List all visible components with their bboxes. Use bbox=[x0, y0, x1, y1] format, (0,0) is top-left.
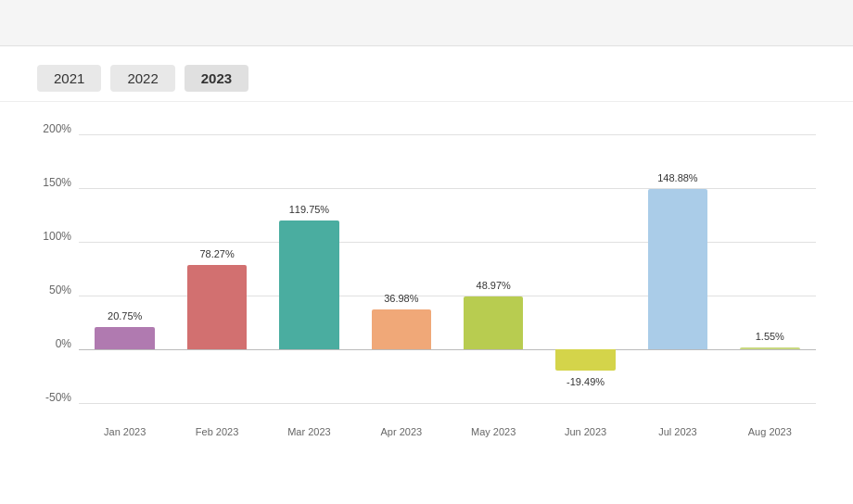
x-axis-label: May 2023 bbox=[448, 426, 540, 437]
x-axis-labels: Jan 2023Feb 2023Mar 2023Apr 2023May 2023… bbox=[79, 426, 816, 437]
bar-group: 148.88% bbox=[631, 134, 723, 403]
bar-group: 1.55% bbox=[724, 134, 816, 403]
bars-row: 20.75%78.27%119.75%36.98%48.97%-19.49%14… bbox=[79, 134, 816, 403]
bar-group: 48.97% bbox=[448, 134, 540, 403]
bar: -19.49% bbox=[555, 349, 616, 371]
x-axis-label: Jan 2023 bbox=[79, 426, 171, 437]
bar-value-label: 1.55% bbox=[756, 331, 784, 342]
x-axis-label: Jul 2023 bbox=[631, 426, 723, 437]
section-header: 2021 2022 2023 bbox=[0, 56, 853, 102]
bar-value-label: 20.75% bbox=[108, 310, 142, 321]
bar-group: 36.98% bbox=[355, 134, 447, 403]
bar-value-label: 48.97% bbox=[477, 280, 511, 291]
bar-value-label: 148.88% bbox=[657, 172, 697, 183]
bar-wrapper: 119.75% bbox=[279, 220, 339, 349]
bar-wrapper: 148.88% bbox=[648, 189, 708, 349]
bar-wrapper: -19.49% bbox=[555, 134, 616, 371]
bar-group: 20.75% bbox=[79, 134, 171, 403]
bar: 119.75% bbox=[279, 220, 339, 349]
y-axis-label: 200% bbox=[32, 122, 71, 135]
y-axis-label: -50% bbox=[32, 391, 71, 404]
bar-value-label: 36.98% bbox=[384, 293, 418, 304]
bar: 36.98% bbox=[372, 309, 432, 349]
chart-area: 200%150%100%50%0%-50%20.75%78.27%119.75%… bbox=[28, 134, 825, 468]
y-axis-label: 150% bbox=[32, 176, 71, 189]
x-axis-label: Jun 2023 bbox=[540, 426, 631, 437]
grid-line: -50% bbox=[79, 403, 816, 404]
analytics-section: 2021 2022 2023 200%150%100%50%0%-50%20.7… bbox=[0, 46, 853, 486]
tab-2021[interactable]: 2021 bbox=[37, 65, 101, 92]
bar: 1.55% bbox=[740, 347, 800, 349]
bar: 78.27% bbox=[187, 265, 248, 349]
y-axis-label: 0% bbox=[32, 337, 71, 350]
tab-2022[interactable]: 2022 bbox=[110, 65, 174, 92]
y-axis-label: 50% bbox=[32, 284, 71, 296]
bar-value-label: -19.49% bbox=[567, 376, 605, 387]
bar: 20.75% bbox=[95, 327, 155, 349]
bar-wrapper: 20.75% bbox=[95, 327, 155, 349]
top-bar bbox=[0, 0, 853, 46]
x-axis-label: Mar 2023 bbox=[263, 426, 355, 437]
bar-value-label: 78.27% bbox=[199, 248, 234, 259]
bar-group: 119.75% bbox=[263, 134, 355, 403]
bar-wrapper: 48.97% bbox=[464, 296, 524, 349]
bar-wrapper: 78.27% bbox=[187, 265, 248, 349]
bar-group: 78.27% bbox=[171, 134, 262, 403]
x-axis-label: Feb 2023 bbox=[171, 426, 262, 437]
y-axis-label: 100% bbox=[32, 230, 71, 243]
chart-container: 200%150%100%50%0%-50%20.75%78.27%119.75%… bbox=[0, 111, 853, 486]
bar-wrapper: 1.55% bbox=[740, 347, 800, 349]
x-axis-label: Aug 2023 bbox=[724, 426, 816, 437]
bar-wrapper: 36.98% bbox=[372, 309, 432, 349]
bar-value-label: 119.75% bbox=[289, 204, 329, 215]
x-axis-label: Apr 2023 bbox=[355, 426, 447, 437]
bar-group: -19.49% bbox=[540, 134, 631, 403]
bar: 148.88% bbox=[648, 189, 708, 349]
bar: 48.97% bbox=[464, 296, 524, 349]
tab-2023[interactable]: 2023 bbox=[185, 65, 248, 92]
